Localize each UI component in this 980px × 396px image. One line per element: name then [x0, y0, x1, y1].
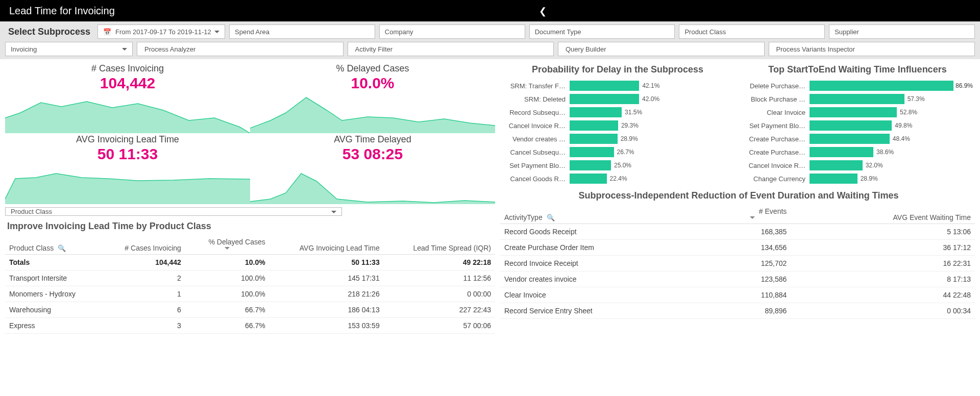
process-analyzer-button[interactable]: Process Analyzer — [137, 42, 344, 56]
col-avg-lead[interactable]: AVG Invoicing Lead Time — [270, 235, 384, 255]
table-row[interactable]: Create Purchase Order Item134,65636 17:1… — [500, 240, 975, 256]
bar-row[interactable]: Cancel Invoice R…32.0% — [740, 159, 975, 172]
activity-filter-button[interactable]: Activity Filter — [348, 42, 554, 56]
bar-row[interactable]: SRM: Transfer F…42.1% — [500, 79, 735, 92]
product-class-table: Product Class🔍 # Cases Invoicing % Delay… — [5, 235, 495, 334]
pvi-button[interactable]: Process Variants Inspector — [769, 42, 975, 56]
kpi-delayed-pct[interactable]: % Delayed Cases 10.0% — [250, 62, 495, 133]
supplier-filter[interactable]: Supplier — [829, 24, 975, 39]
table-row[interactable]: Monomers - Hydroxy1100.0%218 21:260 00:0… — [5, 286, 495, 302]
spend-area-filter[interactable]: Spend Area — [229, 24, 375, 39]
product-class-filter[interactable]: Product Class — [679, 24, 825, 39]
col-iqr[interactable]: Lead Time Spread (IQR) — [384, 235, 495, 255]
kpi-avg-delay[interactable]: AVG Time Delayed 53 08:25 — [250, 133, 495, 204]
chevron-down-icon — [122, 48, 127, 53]
col-delayed-pct[interactable]: % Delayed Cases — [185, 235, 270, 255]
col-cases[interactable]: # Cases Invoicing — [102, 235, 185, 255]
nav-bar: Invoicing Process Analyzer Activity Filt… — [0, 42, 980, 59]
table-row[interactable]: Record Invoice Receipt125,70216 22:31 — [500, 256, 975, 271]
spark-delayed — [250, 92, 495, 133]
bar-label: Cancel Invoice R… — [740, 162, 805, 169]
spark-avglead — [5, 163, 250, 204]
bar-label: SRM: Deleted — [500, 95, 566, 103]
sort-desc-icon — [750, 216, 755, 221]
bar-row[interactable]: Record Subsequ…31.5% — [500, 106, 735, 119]
chevron-down-icon — [331, 211, 336, 216]
table-row[interactable]: Record Service Entry Sheet89,8960 00:34 — [500, 303, 975, 319]
col-events[interactable]: # Events — [714, 204, 791, 224]
document-type-filter[interactable]: Document Type — [529, 24, 675, 39]
bar-row[interactable]: Block Purchase …57.3% — [740, 92, 975, 106]
bar-row[interactable]: Set Payment Blo…49.8% — [740, 119, 975, 132]
left-table-title: Improve Invoicing Lead Time by Product C… — [5, 216, 495, 235]
bar-row[interactable]: Cancel Invoice R…29.3% — [500, 119, 735, 132]
col-product-class[interactable]: Product Class🔍 — [5, 235, 102, 255]
date-range-value: From 2017-09-17 To 2019-11-12 — [115, 28, 211, 36]
table-row[interactable]: Transport Intersite2100.0%145 17:3111 12… — [5, 270, 495, 286]
bar-row[interactable]: Clear Invoice52.8% — [740, 106, 975, 119]
col-activity[interactable]: ActivityType🔍 — [500, 204, 714, 224]
prob-delay-chart: Probability for Delay in the Subprocess … — [500, 62, 735, 185]
bar-row[interactable]: SRM: Deleted42.0% — [500, 92, 735, 106]
query-builder-button[interactable]: Query Builder — [558, 42, 765, 56]
bar-label: Set Payment Blo… — [740, 122, 805, 130]
prev-button[interactable]: ❮ — [539, 6, 547, 17]
table-row[interactable]: Record Goods Receipt168,3855 13:06 — [500, 224, 975, 240]
bar-row[interactable]: Set Payment Blo…25.0% — [500, 159, 735, 172]
bar-row[interactable]: Cancel Subsequ…26.7% — [500, 145, 735, 159]
bar-label: Clear Invoice — [740, 109, 805, 116]
bar-label: Record Subsequ… — [500, 109, 566, 116]
chevron-down-icon — [214, 31, 219, 36]
bar-row[interactable]: Vendor creates …28.9% — [500, 132, 735, 145]
company-filter[interactable]: Company — [379, 24, 525, 39]
product-class-dimension-select[interactable]: Product Class — [5, 207, 342, 216]
date-range-picker[interactable]: 📅 From 2017-09-17 To 2019-11-12 — [97, 24, 225, 39]
table-row[interactable]: Clear Invoice110,88444 22:48 — [500, 287, 975, 303]
influencers-chart: Top StartToEnd Waiting Time Influencers … — [740, 62, 975, 185]
table-row-totals: Totals104,44210.0%50 11:3349 22:18 — [5, 255, 495, 270]
bar-row[interactable]: Cancel Goods R…22.4% — [500, 172, 735, 185]
select-subprocess-label: Select Subprocess — [5, 27, 93, 37]
bar-row[interactable]: Delete Purchase…86.9% — [740, 79, 975, 92]
bar-label: Delete Purchase… — [740, 82, 805, 90]
kpi-grid: # Cases Invoicing 104,442 % Delayed Case… — [5, 62, 495, 204]
bar-label: Vendor creates … — [500, 135, 566, 143]
spark-cases — [5, 92, 250, 133]
table-row[interactable]: Warehousing666.7%186 04:13227 22:43 — [5, 302, 495, 318]
bar-label: Create Purchase… — [740, 148, 805, 156]
search-icon[interactable]: 🔍 — [58, 244, 66, 252]
bar-row[interactable]: Create Purchase…48.4% — [740, 132, 975, 145]
top-bar: Lead Time for Invoicing mpmX ❮ ❯ — [0, 0, 980, 21]
kpi-cases[interactable]: # Cases Invoicing 104,442 — [5, 62, 250, 133]
bar-label: SRM: Transfer F… — [500, 82, 566, 90]
bar-label: Block Purchase … — [740, 95, 805, 103]
page-title: Lead Time for Invoicing — [9, 5, 115, 17]
bar-label: Cancel Invoice R… — [500, 122, 566, 130]
subprocess-select[interactable]: Invoicing — [5, 42, 133, 56]
kpi-avg-lead[interactable]: AVG Invoicing Lead Time 50 11:33 — [5, 133, 250, 204]
activity-table: ActivityType🔍 # Events AVG Event Waiting… — [500, 204, 975, 319]
bar-label: Create Purchase… — [740, 135, 805, 143]
bar-label: Change Currency — [740, 175, 805, 183]
bar-label: Set Payment Blo… — [500, 162, 566, 169]
table-row[interactable]: Vendor creates invoice123,5868 17:13 — [500, 271, 975, 287]
search-icon[interactable]: 🔍 — [547, 214, 555, 221]
table-row[interactable]: Express366.7%153 03:5957 00:06 — [5, 318, 495, 334]
bar-row[interactable]: Create Purchase…38.6% — [740, 145, 975, 159]
col-avg-wait[interactable]: AVG Event Waiting Time — [791, 204, 975, 224]
sort-desc-icon — [225, 247, 230, 252]
right-table-title: Subprocess-Independent Reduction of Even… — [500, 185, 975, 204]
bar-label: Cancel Subsequ… — [500, 148, 566, 156]
filter-bar: Select Subprocess 📅 From 2017-09-17 To 2… — [0, 21, 980, 42]
bar-row[interactable]: Change Currency28.9% — [740, 172, 975, 185]
calendar-icon: 📅 — [103, 28, 111, 36]
bar-label: Cancel Goods R… — [500, 175, 566, 183]
spark-avgdelay — [250, 163, 495, 204]
